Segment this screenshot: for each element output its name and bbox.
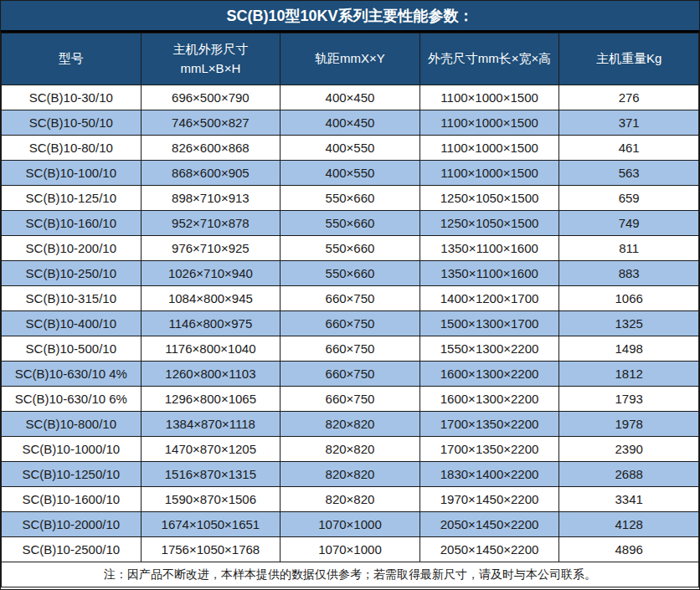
cell-model: SC(B)10-100/10 (2, 161, 142, 186)
table-row: SC(B)10-1000/101470×870×1205820×8201700×… (2, 437, 699, 462)
table-note: 注：因产品不断改进，本样本提供的数据仅供参考；若需取得最新尺寸，请及时与本公司联… (2, 562, 699, 587)
cell-model: SC(B)10-50/10 (2, 110, 142, 136)
cell-dimensions: 1026×710×940 (141, 261, 281, 286)
cell-weight: 811 (559, 236, 699, 261)
cell-model: SC(B)10-1600/10 (2, 487, 142, 512)
cell-shell-size: 2050×1450×2200 (419, 537, 559, 562)
cell-model: SC(B)10-125/10 (2, 186, 142, 211)
cell-model: SC(B)10-200/10 (2, 236, 142, 261)
cell-track-gauge: 550×660 (281, 211, 420, 236)
cell-dimensions: 696×500×790 (141, 85, 281, 110)
col-header-track-gauge: 轨距mmX×Y (281, 33, 420, 85)
cell-dimensions: 826×600×868 (141, 136, 281, 161)
cell-dimensions: 1384×870×1118 (141, 412, 281, 437)
spec-sheet: SC(B)10型10KV系列主要性能参数： 型号 主机外形尺寸 mmL×B×H … (0, 0, 700, 590)
cell-model: SC(B)10-1000/10 (2, 437, 142, 462)
cell-shell-size: 1100×1000×1500 (419, 85, 559, 110)
cell-weight: 2390 (559, 437, 699, 462)
cell-track-gauge: 550×660 (281, 261, 420, 286)
table-body: SC(B)10-30/10696×500×790400×4501100×1000… (2, 85, 699, 562)
page-title: SC(B)10型10KV系列主要性能参数： (1, 1, 699, 33)
cell-shell-size: 2050×1450×2200 (419, 512, 559, 537)
col-header-weight-label: 主机重量Kg (559, 49, 698, 69)
cell-shell-size: 1500×1300×1700 (419, 311, 559, 336)
cell-weight: 1066 (559, 286, 699, 311)
cell-shell-size: 1600×1300×2200 (419, 362, 559, 387)
cell-track-gauge: 400×550 (281, 161, 420, 186)
table-row: SC(B)10-160/10952×710×878550×6601250×105… (2, 211, 699, 236)
cell-dimensions: 952×710×878 (141, 211, 281, 236)
cell-weight: 1325 (559, 311, 699, 336)
cell-track-gauge: 660×750 (281, 286, 420, 311)
cell-track-gauge: 400×450 (281, 110, 420, 136)
cell-model: SC(B)10-800/10 (2, 412, 142, 437)
cell-shell-size: 1400×1200×1700 (419, 286, 559, 311)
cell-model: SC(B)10-250/10 (2, 261, 142, 286)
cell-dimensions: 898×710×913 (141, 186, 281, 211)
cell-weight: 4896 (559, 537, 699, 562)
cell-shell-size: 1970×1450×2200 (419, 487, 559, 512)
col-header-shell-size: 外壳尺寸mm长×宽×高 (419, 33, 559, 85)
cell-shell-size: 1350×1100×1600 (419, 236, 559, 261)
cell-shell-size: 1600×1300×2200 (419, 387, 559, 412)
cell-weight: 1498 (559, 336, 699, 362)
table-row: SC(B)10-400/101146×800×975660×7501500×13… (2, 311, 699, 336)
cell-shell-size: 1700×1350×2200 (419, 412, 559, 437)
cell-model: SC(B)10-160/10 (2, 211, 142, 236)
cell-dimensions: 1296×800×1065 (141, 387, 281, 412)
table-header: 型号 主机外形尺寸 mmL×B×H 轨距mmX×Y 外壳尺寸mm长×宽×高 主机… (2, 33, 699, 85)
cell-dimensions: 1470×870×1205 (141, 437, 281, 462)
col-header-track-gauge-label: 轨距mmX×Y (281, 49, 419, 69)
col-header-shell-size-label: 外壳尺寸mm长×宽×高 (420, 49, 559, 69)
table-row: SC(B)10-1600/101590×870×1506820×8201970×… (2, 487, 699, 512)
cell-model: SC(B)10-2000/10 (2, 512, 142, 537)
cell-dimensions: 1146×800×975 (141, 311, 281, 336)
cell-dimensions: 976×710×925 (141, 236, 281, 261)
table-row: SC(B)10-800/101384×870×1118820×8201700×1… (2, 412, 699, 437)
table-row: SC(B)10-315/101084×800×945660×7501400×12… (2, 286, 699, 311)
col-header-dimensions: 主机外形尺寸 mmL×B×H (141, 33, 281, 85)
table-row: SC(B)10-200/10976×710×925550×6601350×110… (2, 236, 699, 261)
cell-shell-size: 1700×1350×2200 (419, 437, 559, 462)
cell-shell-size: 1100×1000×1500 (419, 161, 559, 186)
cell-weight: 883 (559, 261, 699, 286)
cell-weight: 3341 (559, 487, 699, 512)
cell-dimensions: 1590×870×1506 (141, 487, 281, 512)
cell-weight: 659 (559, 186, 699, 211)
cell-shell-size: 1830×1400×2200 (419, 462, 559, 487)
cell-weight: 461 (559, 136, 699, 161)
cell-track-gauge: 400×550 (281, 136, 420, 161)
cell-weight: 4128 (559, 512, 699, 537)
table-row: SC(B)10-2500/101756×1050×17681070×100020… (2, 537, 699, 562)
footer-row: 注：因产品不断改进，本样本提供的数据仅供参考；若需取得最新尺寸，请及时与本公司联… (2, 562, 699, 587)
cell-shell-size: 1250×1050×1500 (419, 186, 559, 211)
cell-track-gauge: 1070×1000 (281, 512, 420, 537)
cell-model: SC(B)10-315/10 (2, 286, 142, 311)
header-row: 型号 主机外形尺寸 mmL×B×H 轨距mmX×Y 外壳尺寸mm长×宽×高 主机… (2, 33, 699, 85)
cell-weight: 563 (559, 161, 699, 186)
cell-shell-size: 1100×1000×1500 (419, 110, 559, 136)
cell-weight: 371 (559, 110, 699, 136)
cell-model: SC(B)10-500/10 (2, 336, 142, 362)
table-row: SC(B)10-1250/101516×870×1315820×8201830×… (2, 462, 699, 487)
col-header-dimensions-label: 主机外形尺寸 (142, 40, 281, 59)
cell-dimensions: 1756×1050×1768 (141, 537, 281, 562)
cell-dimensions: 746×500×827 (141, 110, 281, 136)
cell-model: SC(B)10-1250/10 (2, 462, 142, 487)
cell-weight: 1978 (559, 412, 699, 437)
cell-weight: 2688 (559, 462, 699, 487)
table-row: SC(B)10-100/10868×600×905400×5501100×100… (2, 161, 699, 186)
table-row: SC(B)10-30/10696×500×790400×4501100×1000… (2, 85, 699, 110)
cell-model: SC(B)10-80/10 (2, 136, 142, 161)
cell-shell-size: 1100×1000×1500 (419, 136, 559, 161)
cell-shell-size: 1550×1300×2200 (419, 336, 559, 362)
cell-dimensions: 1084×800×945 (141, 286, 281, 311)
table-row: SC(B)10-80/10826×600×868400×5501100×1000… (2, 136, 699, 161)
cell-dimensions: 868×600×905 (141, 161, 281, 186)
cell-model: SC(B)10-2500/10 (2, 537, 142, 562)
cell-track-gauge: 400×450 (281, 85, 420, 110)
cell-model: SC(B)10-400/10 (2, 311, 142, 336)
cell-track-gauge: 660×750 (281, 336, 420, 362)
cell-track-gauge: 660×750 (281, 387, 420, 412)
cell-track-gauge: 820×820 (281, 462, 420, 487)
